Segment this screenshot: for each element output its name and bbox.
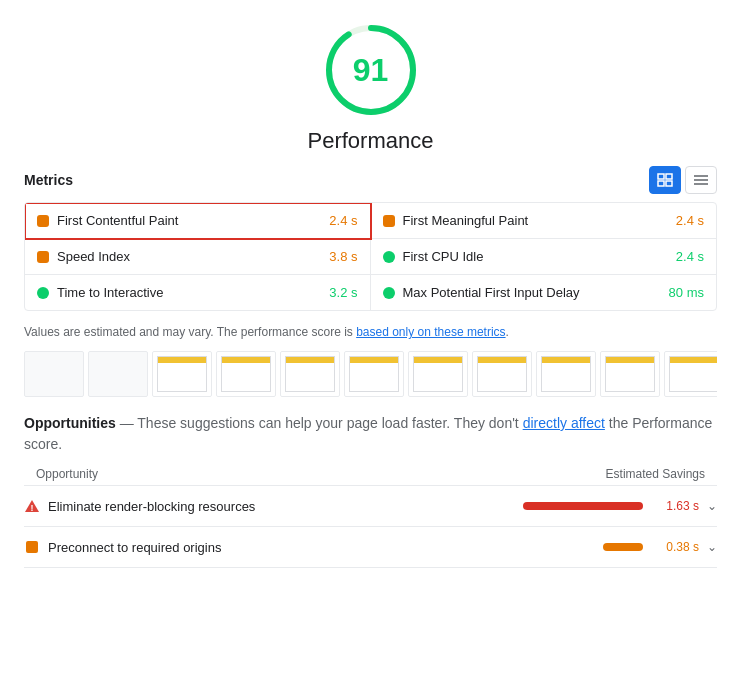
- metrics-title: Metrics: [24, 172, 73, 188]
- metric-value-fci: 2.4 s: [676, 249, 704, 264]
- metric-name-tti: Time to Interactive: [57, 285, 321, 300]
- filmstrip-frame-0: [24, 351, 84, 397]
- opportunities-intro: Opportunities — These suggestions can he…: [24, 413, 717, 455]
- filmstrip-frame-6: [408, 351, 468, 397]
- opp-item-render-blocking: ! Eliminate render-blocking resources 1.…: [24, 486, 717, 527]
- opp-name-preconnect: Preconnect to required origins: [48, 540, 595, 555]
- metrics-link[interactable]: based only on these metrics: [356, 325, 505, 339]
- metrics-section: Metrics First Conte: [24, 166, 717, 311]
- metric-dot-si: [37, 251, 49, 263]
- opp-bar-container-1: 0.38 s ⌄: [603, 540, 717, 554]
- metric-value-si: 3.8 s: [329, 249, 357, 264]
- metric-dot-fcp: [37, 215, 49, 227]
- opp-item-preconnect: Preconnect to required origins 0.38 s ⌄: [24, 527, 717, 568]
- metric-value-mpfid: 80 ms: [669, 285, 704, 300]
- filmstrip-frame-4: [280, 351, 340, 397]
- score-section: 91 Performance: [24, 20, 717, 154]
- metric-fcp: First Contentful Paint 2.4 s: [25, 203, 371, 239]
- metric-fci: First CPU Idle 2.4 s: [371, 239, 717, 275]
- score-circle: 91: [321, 20, 421, 120]
- opp-bar-container-0: 1.63 s ⌄: [523, 499, 717, 513]
- metric-value-fcp: 2.4 s: [329, 213, 357, 228]
- opp-bar-render-blocking: [523, 502, 643, 510]
- opp-col-opportunity: Opportunity: [36, 467, 98, 481]
- filmstrip-frame-5: [344, 351, 404, 397]
- chevron-down-icon-1[interactable]: ⌄: [707, 540, 717, 554]
- filmstrip-frame-10: [664, 351, 717, 397]
- view-toggle: [649, 166, 717, 194]
- square-icon: [24, 539, 40, 555]
- svg-rect-3: [666, 174, 672, 179]
- metric-name-fci: First CPU Idle: [403, 249, 668, 264]
- metric-dot-mpfid: [383, 287, 395, 299]
- filmstrip-frame-3: [216, 351, 276, 397]
- metric-dot-fci: [383, 251, 395, 263]
- metric-tti: Time to Interactive 3.2 s: [25, 275, 371, 310]
- metrics-grid: First Contentful Paint 2.4 s First Meani…: [24, 202, 717, 311]
- svg-rect-11: [26, 541, 38, 553]
- filmstrip-frame-7: [472, 351, 532, 397]
- chevron-down-icon-0[interactable]: ⌄: [707, 499, 717, 513]
- warning-icon: !: [24, 498, 40, 514]
- metric-value-tti: 3.2 s: [329, 285, 357, 300]
- metric-si: Speed Index 3.8 s: [25, 239, 371, 275]
- grid-view-button[interactable]: [649, 166, 681, 194]
- opp-table-header: Opportunity Estimated Savings: [24, 463, 717, 486]
- svg-rect-5: [666, 181, 672, 186]
- metric-name-si: Speed Index: [57, 249, 321, 264]
- filmstrip-frame-1: [88, 351, 148, 397]
- metrics-header: Metrics: [24, 166, 717, 194]
- opp-savings-render-blocking: 1.63 s: [651, 499, 699, 513]
- filmstrip-frame-8: [536, 351, 596, 397]
- metric-name-fcp: First Contentful Paint: [57, 213, 321, 228]
- opp-savings-preconnect: 0.38 s: [651, 540, 699, 554]
- performance-label: Performance: [308, 128, 434, 154]
- metric-value-fmp: 2.4 s: [676, 213, 704, 228]
- svg-rect-4: [658, 181, 664, 186]
- directly-affect-link[interactable]: directly affect: [523, 415, 605, 431]
- svg-text:!: !: [31, 503, 34, 513]
- opp-name-render-blocking: Eliminate render-blocking resources: [48, 499, 515, 514]
- metric-fmp: First Meaningful Paint 2.4 s: [371, 203, 717, 239]
- opp-bar-preconnect: [603, 543, 643, 551]
- filmstrip: [24, 351, 717, 397]
- filmstrip-frame-9: [600, 351, 660, 397]
- metric-mpfid: Max Potential First Input Delay 80 ms: [371, 275, 717, 310]
- metrics-note: Values are estimated and may vary. The p…: [24, 323, 717, 341]
- opportunities-section: Opportunities — These suggestions can he…: [24, 413, 717, 568]
- opp-col-savings: Estimated Savings: [606, 467, 705, 481]
- metric-name-fmp: First Meaningful Paint: [403, 213, 668, 228]
- svg-rect-2: [658, 174, 664, 179]
- score-value: 91: [353, 52, 389, 89]
- filmstrip-frame-2: [152, 351, 212, 397]
- metric-name-mpfid: Max Potential First Input Delay: [403, 285, 661, 300]
- metric-dot-fmp: [383, 215, 395, 227]
- list-view-button[interactable]: [685, 166, 717, 194]
- metric-dot-tti: [37, 287, 49, 299]
